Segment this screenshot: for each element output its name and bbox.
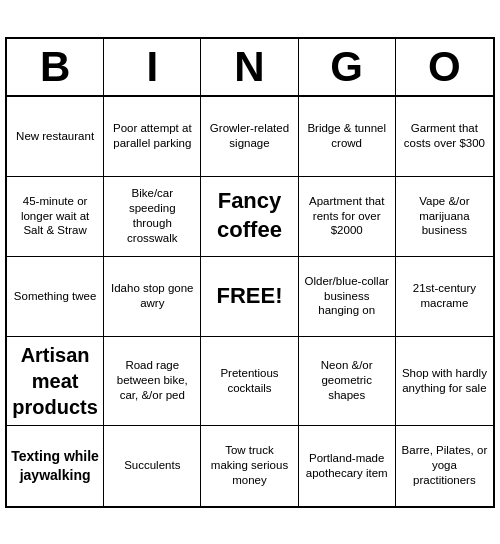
bingo-cell-11[interactable]: Idaho stop gone awry [104, 257, 201, 337]
bingo-cell-22[interactable]: Tow truck making serious money [201, 426, 298, 506]
bingo-cell-21[interactable]: Succulents [104, 426, 201, 506]
bingo-cell-14[interactable]: 21st-century macrame [396, 257, 493, 337]
bingo-letter-i: I [104, 39, 201, 95]
bingo-cell-12[interactable]: FREE! [201, 257, 298, 337]
bingo-cell-1[interactable]: Poor attempt at parallel parking [104, 97, 201, 177]
bingo-grid: New restaurantPoor attempt at parallel p… [7, 97, 493, 506]
bingo-cell-7[interactable]: Fancy coffee [201, 177, 298, 257]
bingo-cell-16[interactable]: Road rage between bike, car, &/or ped [104, 337, 201, 426]
bingo-cell-20[interactable]: Texting while jaywalking [7, 426, 104, 506]
bingo-cell-15[interactable]: Artisan meat products [7, 337, 104, 426]
bingo-cell-2[interactable]: Growler-related signage [201, 97, 298, 177]
bingo-cell-19[interactable]: Shop with hardly anything for sale [396, 337, 493, 426]
bingo-letter-b: B [7, 39, 104, 95]
bingo-letter-n: N [201, 39, 298, 95]
bingo-cell-8[interactable]: Apartment that rents for over $2000 [299, 177, 396, 257]
bingo-cell-10[interactable]: Something twee [7, 257, 104, 337]
bingo-cell-0[interactable]: New restaurant [7, 97, 104, 177]
bingo-cell-23[interactable]: Portland-made apothecary item [299, 426, 396, 506]
bingo-cell-18[interactable]: Neon &/or geometric shapes [299, 337, 396, 426]
bingo-cell-9[interactable]: Vape &/or marijuana business [396, 177, 493, 257]
bingo-letter-o: O [396, 39, 493, 95]
bingo-cell-4[interactable]: Garment that costs over $300 [396, 97, 493, 177]
bingo-cell-13[interactable]: Older/blue-collar business hanging on [299, 257, 396, 337]
bingo-cell-24[interactable]: Barre, Pilates, or yoga practitioners [396, 426, 493, 506]
bingo-letter-g: G [299, 39, 396, 95]
bingo-cell-5[interactable]: 45-minute or longer wait at Salt & Straw [7, 177, 104, 257]
bingo-cell-6[interactable]: Bike/car speeding through crosswalk [104, 177, 201, 257]
bingo-cell-3[interactable]: Bridge & tunnel crowd [299, 97, 396, 177]
bingo-header: BINGO [7, 39, 493, 97]
bingo-card: BINGO New restaurantPoor attempt at para… [5, 37, 495, 508]
bingo-cell-17[interactable]: Pretentious cocktails [201, 337, 298, 426]
